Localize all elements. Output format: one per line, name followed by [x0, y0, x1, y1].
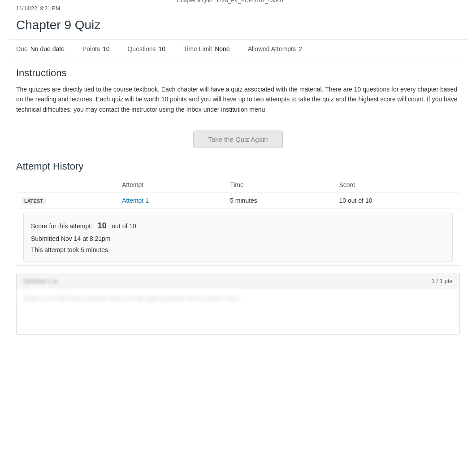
col-header-attempt: Attempt — [117, 178, 225, 192]
meta-questions: Questions 10 — [127, 45, 165, 52]
latest-badge: LATEST — [22, 197, 46, 205]
attempt-detail-box: Score for this attempt: 10 out of 10 Sub… — [23, 213, 453, 262]
question-pts: 1 / 1 pts — [432, 278, 452, 284]
points-label: Points — [82, 45, 100, 52]
score-for-attempt-label: Score for this attempt: — [31, 222, 92, 230]
meta-bar: Due No due date Points 10 Questions 10 T… — [9, 40, 467, 58]
page-title: Chapter 9 Quiz — [9, 13, 467, 40]
attempt-time-cell: 5 minutes — [225, 192, 333, 209]
meta-due: Due No due date — [16, 45, 65, 52]
col-header-score: Score — [334, 178, 460, 192]
col-header-badge — [16, 178, 117, 192]
latest-badge-cell: LATEST — [16, 192, 117, 209]
attempt-history-title: Attempt History — [9, 159, 467, 178]
score-value: 10 — [98, 221, 107, 230]
attempt-table: Attempt Time Score LATEST Attempt 1 5 mi… — [16, 178, 460, 266]
allowed-attempts-value: 2 — [299, 45, 302, 52]
quiz-id: Chapter 9 Quiz: 1228_PV_ECED101_43540 — [60, 0, 400, 5]
duration-line: This attempt took 5 minutes. — [31, 244, 445, 256]
take-quiz-button[interactable]: Take the Quiz Again — [193, 131, 282, 148]
col-header-time: Time — [225, 178, 333, 192]
timestamp: 11/14/22, 8:21 PM — [9, 0, 60, 13]
instructions-title: Instructions — [9, 58, 467, 84]
question-block: Question 1 ● 1 / 1 pts What is the field… — [16, 273, 460, 335]
questions-value: 10 — [159, 45, 166, 52]
attempt-link-cell[interactable]: Attempt 1 — [117, 192, 225, 209]
attempt-score-cell: 10 out of 10 — [334, 192, 460, 209]
score-out-of: out of 10 — [112, 222, 136, 230]
question-header: Question 1 ● 1 / 1 pts — [17, 273, 459, 289]
question-label: Question 1 ● — [24, 278, 57, 284]
meta-allowed-attempts: Allowed Attempts 2 — [248, 45, 302, 52]
attempt-detail-row: Score for this attempt: 10 out of 10 Sub… — [16, 209, 460, 266]
attempt-1-link[interactable]: Attempt 1 — [122, 197, 149, 204]
due-label: Due — [16, 45, 28, 52]
score-line: Score for this attempt: 10 out of 10 — [31, 218, 445, 233]
time-limit-label: Time Limit — [183, 45, 212, 52]
points-value: 10 — [103, 45, 110, 52]
meta-points: Points 10 — [82, 45, 110, 52]
meta-time-limit: Time Limit None — [183, 45, 230, 52]
questions-label: Questions — [127, 45, 156, 52]
instructions-text: The quizzes are directly tied to the cou… — [9, 84, 467, 125]
time-limit-value: None — [215, 45, 229, 52]
table-row: LATEST Attempt 1 5 minutes 10 out of 10 — [16, 192, 460, 209]
submitted-line: Submitted Nov 14 at 8:21pm — [31, 233, 445, 244]
due-value: No due date — [30, 45, 65, 52]
take-quiz-btn-wrapper: Take the Quiz Again — [9, 125, 467, 159]
question-answer-area — [17, 316, 459, 334]
allowed-attempts-label: Allowed Attempts — [248, 45, 296, 52]
question-body: What is the field that connects theory t… — [17, 289, 459, 316]
